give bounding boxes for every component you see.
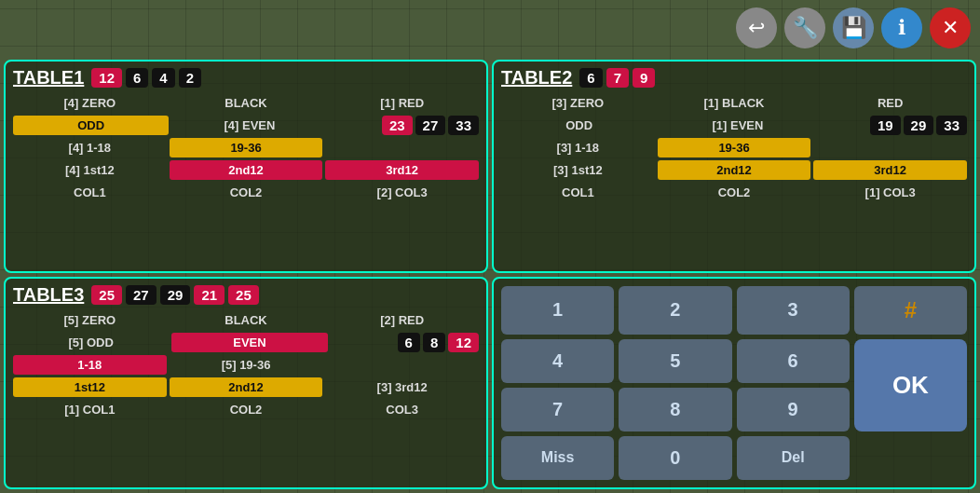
key-del[interactable]: Del [737, 436, 850, 480]
key-5[interactable]: 5 [619, 339, 731, 383]
numpad-panel: 1 2 3 # 4 5 6 OK 7 8 9 Miss 0 Del [492, 277, 976, 490]
table2-badge-2: 9 [633, 68, 655, 88]
t2-col2[interactable]: COL2 [658, 183, 811, 202]
table1-header: TABLE1 12 6 4 2 [13, 67, 479, 89]
t1-zero[interactable]: [4] ZERO [13, 93, 167, 113]
table3-badge-0: 25 [91, 285, 122, 305]
t3-zero[interactable]: [5] ZERO [13, 310, 167, 330]
t1-118[interactable]: [4] 1-18 [13, 138, 167, 157]
key-3[interactable]: 3 [737, 286, 850, 335]
t1-extra-27: 27 [415, 116, 446, 135]
t2-even[interactable]: [1] EVEN [660, 116, 815, 135]
table1-row-2: [4] 1-18 19-36 [13, 138, 479, 157]
table3-row-4: [1] COL1 COL2 COL3 [13, 400, 479, 419]
table1-row-4: COL1 COL2 [2] COL3 [13, 183, 479, 202]
t2-red[interactable]: RED [813, 93, 967, 113]
t1-odd[interactable]: ODD [13, 116, 169, 135]
table2-badge-1: 7 [606, 68, 629, 88]
table2-panel: TABLE2 6 7 9 [3] ZERO [1] BLACK RED ODD … [492, 60, 976, 273]
t1-red[interactable]: [1] RED [325, 93, 479, 113]
table3-badge-2: 29 [160, 285, 191, 305]
t3-odd[interactable]: [5] ODD [13, 333, 169, 352]
t2-col3[interactable]: [1] COL3 [813, 183, 967, 202]
t2-118[interactable]: [3] 1-18 [501, 138, 655, 157]
table2-header: TABLE2 6 7 9 [501, 67, 967, 89]
table1-panel: TABLE1 12 6 4 2 [4] ZERO BLACK [1] RED O… [4, 60, 488, 273]
main-area: TABLE1 12 6 4 2 [4] ZERO BLACK [1] RED O… [0, 56, 980, 493]
t2-zero[interactable]: [3] ZERO [501, 93, 655, 113]
t3-extra-12: 12 [448, 333, 479, 352]
t1-col1[interactable]: COL1 [13, 183, 167, 202]
info-button[interactable]: ℹ [881, 7, 922, 48]
table1-badge-1: 6 [126, 68, 148, 88]
t3-even[interactable]: EVEN [171, 333, 327, 352]
t3-1st12[interactable]: 1st12 [13, 377, 167, 397]
table2-row-0: [3] ZERO [1] BLACK RED [501, 93, 967, 113]
t3-red[interactable]: [2] RED [325, 310, 479, 330]
table3-panel: TABLE3 25 27 29 21 25 [5] ZERO BLACK [2]… [4, 277, 488, 490]
key-2[interactable]: 2 [619, 286, 731, 335]
t3-col3[interactable]: COL3 [325, 400, 479, 419]
t1-1936[interactable]: 19-36 [170, 138, 323, 157]
table2-row-1: ODD [1] EVEN 19 29 33 [501, 116, 967, 135]
key-8[interactable]: 8 [619, 388, 731, 431]
save-button[interactable]: 💾 [833, 7, 874, 48]
table2-badge-0: 6 [579, 68, 602, 88]
t2-odd[interactable]: ODD [501, 116, 657, 135]
table3-title: TABLE3 [13, 284, 84, 306]
toolbar: ↩ 🔧 💾 ℹ ✕ [736, 7, 971, 48]
t2-empty [813, 145, 967, 151]
key-4[interactable]: 4 [501, 339, 614, 383]
t3-3rd12[interactable]: [3] 3rd12 [325, 377, 479, 397]
key-7[interactable]: 7 [501, 388, 614, 431]
t2-1936[interactable]: 19-36 [658, 138, 811, 157]
t3-col2[interactable]: COL2 [170, 400, 323, 419]
t3-col1[interactable]: [1] COL1 [13, 400, 167, 419]
t3-2nd12[interactable]: 2nd12 [170, 377, 323, 397]
back-button[interactable]: ↩ [736, 7, 777, 48]
t3-1936[interactable]: [5] 19-36 [170, 355, 323, 375]
table1-row-3: [4] 1st12 2nd12 3rd12 [13, 160, 479, 180]
t1-2nd12[interactable]: 2nd12 [170, 160, 323, 180]
t2-3rd12[interactable]: 3rd12 [813, 160, 967, 180]
table1-badge-2: 4 [152, 68, 174, 88]
table3-row-2: 1-18 [5] 19-36 [13, 355, 479, 375]
wrench-button[interactable]: 🔧 [784, 7, 825, 48]
table1-title: TABLE1 [13, 67, 84, 89]
table2-title: TABLE2 [501, 67, 572, 89]
t1-col3[interactable]: [2] COL3 [325, 183, 479, 202]
t1-black[interactable]: BLACK [170, 93, 323, 113]
table3-badge-4: 25 [228, 285, 259, 305]
key-hash[interactable]: # [854, 286, 967, 335]
key-1[interactable]: 1 [501, 286, 614, 335]
key-miss[interactable]: Miss [501, 436, 614, 480]
close-button[interactable]: ✕ [930, 7, 971, 48]
table3-header: TABLE3 25 27 29 21 25 [13, 284, 479, 306]
ok-button[interactable]: OK [854, 339, 967, 431]
table1-row-0: [4] ZERO BLACK [1] RED [13, 93, 479, 113]
table1-badge-3: 2 [179, 68, 201, 88]
t2-1st12[interactable]: [3] 1st12 [501, 160, 655, 180]
t1-even[interactable]: [4] EVEN [171, 116, 327, 135]
key-0[interactable]: 0 [619, 436, 731, 480]
t2-black[interactable]: [1] BLACK [658, 93, 811, 113]
key-9[interactable]: 9 [737, 388, 850, 431]
t3-118[interactable]: 1-18 [13, 355, 167, 375]
table1-row-1: ODD [4] EVEN 23 27 33 [13, 116, 479, 135]
t2-2nd12[interactable]: 2nd12 [658, 160, 811, 180]
t1-extra-23: 23 [382, 116, 413, 135]
t3-empty [325, 362, 479, 367]
t2-col1[interactable]: COL1 [501, 183, 655, 202]
t3-black[interactable]: BLACK [170, 310, 323, 330]
key-6[interactable]: 6 [737, 339, 850, 383]
table3-badge-3: 21 [194, 285, 225, 305]
t3-extra-6: 6 [398, 333, 420, 352]
t1-3rd12[interactable]: 3rd12 [325, 160, 479, 180]
table2-row-3: [3] 1st12 2nd12 3rd12 [501, 160, 967, 180]
numpad-grid: 1 2 3 # 4 5 6 OK 7 8 9 Miss 0 Del [501, 286, 967, 481]
table1-badge-0: 12 [91, 68, 122, 88]
t1-1st12[interactable]: [4] 1st12 [13, 160, 167, 180]
table2-row-2: [3] 1-18 19-36 [501, 138, 967, 157]
table3-row-0: [5] ZERO BLACK [2] RED [13, 310, 479, 330]
t1-col2[interactable]: COL2 [170, 183, 323, 202]
